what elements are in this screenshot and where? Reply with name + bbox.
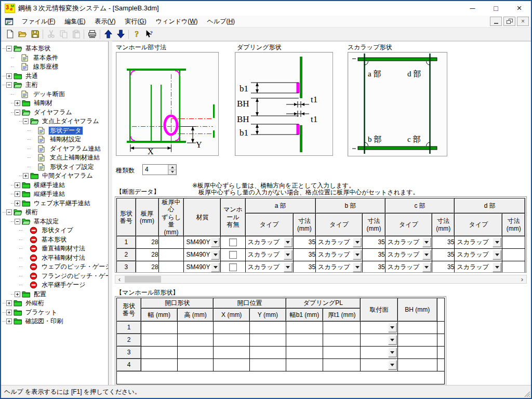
width-cell[interactable] [141, 359, 178, 371]
tree-item[interactable]: 垂直補剛材寸法 [1, 244, 108, 254]
mount-face-dropdown[interactable] [361, 322, 397, 334]
dropdown-arrow-icon[interactable] [422, 262, 431, 272]
dropdown-arrow-icon[interactable] [422, 250, 431, 260]
menu-item-ファイル[interactable]: ファイル(F) [17, 16, 60, 28]
x-cell[interactable] [214, 347, 250, 359]
offset-cell[interactable] [158, 248, 184, 261]
tree-item[interactable]: 確認図・印刷 [1, 317, 108, 326]
width-cell[interactable] [141, 347, 178, 359]
tree-item[interactable]: 縦継手連結 [1, 190, 108, 199]
menu-item-実行[interactable]: 実行(G) [121, 16, 151, 28]
resize-grip[interactable] [524, 391, 530, 397]
t1-cell[interactable] [323, 334, 361, 347]
material-dropdown[interactable]: SM490Y [184, 249, 220, 261]
material-dropdown[interactable]: SM490Y [184, 236, 220, 248]
tree-item[interactable]: 配置 [1, 290, 108, 299]
tree-item[interactable]: ウェブのピッチ・ゲージ [1, 262, 108, 272]
width-cell[interactable] [141, 322, 178, 334]
scallop-dim-cell[interactable]: 35 [293, 261, 315, 273]
dropdown-arrow-icon[interactable] [211, 250, 220, 260]
y-cell[interactable] [250, 347, 286, 359]
scallop-type-dropdown[interactable]: スカラップ [385, 261, 432, 273]
collapse-icon[interactable] [6, 46, 12, 51]
bh-cell[interactable] [397, 347, 437, 359]
scallop-type-dropdown[interactable]: スカラップ [455, 261, 502, 273]
new-file-icon[interactable] [4, 28, 16, 40]
width-cell[interactable] [141, 334, 178, 347]
collapse-icon[interactable] [15, 219, 20, 224]
scallop-type-dropdown[interactable]: スカラップ [385, 249, 432, 261]
row-number[interactable]: 1 [117, 236, 136, 248]
expand-icon[interactable] [15, 291, 20, 297]
scallop-type-dropdown[interactable]: スカラップ [455, 236, 502, 248]
t1-cell[interactable] [323, 347, 361, 359]
kind-count-spinner[interactable]: 4 [142, 164, 177, 175]
expand-icon[interactable] [15, 182, 20, 188]
maximize-button[interactable]: □ [484, 1, 508, 16]
tree-item[interactable]: 中間ダイヤフラム [1, 171, 108, 181]
expand-icon[interactable] [6, 318, 12, 324]
scallop-type-dropdown[interactable]: スカラップ [385, 236, 432, 248]
scallop-type-dropdown[interactable]: スカラップ [316, 236, 362, 248]
x-cell[interactable] [214, 334, 250, 347]
save-file-icon[interactable] [29, 28, 41, 40]
help-icon[interactable]: ? [130, 28, 143, 40]
close-button[interactable]: × [508, 1, 531, 16]
menu-item-表示[interactable]: 表示(V) [90, 16, 120, 28]
height-cell[interactable] [177, 359, 214, 371]
expand-icon[interactable] [6, 310, 12, 315]
tree-item[interactable]: 形状タイプ設定 [1, 163, 108, 172]
row-number[interactable]: 2 [117, 334, 141, 347]
expand-icon[interactable] [6, 300, 12, 306]
thickness-cell[interactable]: 28 [136, 248, 158, 261]
menu-item-編集[interactable]: 編集(E) [60, 16, 90, 28]
scallop-dim-cell[interactable]: 35 [293, 248, 315, 261]
b1-cell[interactable] [286, 334, 323, 347]
collapse-icon[interactable] [6, 209, 12, 215]
tree-item[interactable]: 支点上補剛材連結 [1, 153, 108, 163]
y-cell[interactable] [250, 334, 286, 347]
mdi-document-icon[interactable] [5, 18, 14, 25]
open-file-icon[interactable] [16, 28, 29, 40]
scallop-dim-cell[interactable]: 35 [432, 248, 454, 261]
row-number[interactable]: 3 [117, 347, 141, 359]
collapse-icon[interactable] [23, 118, 29, 124]
dropdown-arrow-icon[interactable] [211, 262, 220, 272]
mdi-minimize-button[interactable] [490, 17, 502, 26]
bh-cell[interactable] [397, 359, 437, 371]
tree-item[interactable]: 主桁 [1, 81, 108, 90]
scallop-dim-cell[interactable]: 35 [293, 236, 315, 248]
print-icon[interactable] [86, 28, 98, 40]
mount-face-dropdown[interactable] [361, 347, 397, 358]
b1-cell[interactable] [286, 322, 323, 334]
height-cell[interactable] [177, 322, 214, 334]
horizontal-scrollbar[interactable]: ‹ › [115, 275, 527, 284]
dropdown-arrow-icon[interactable] [211, 237, 220, 247]
y-cell[interactable] [250, 322, 286, 334]
dropdown-arrow-icon[interactable] [388, 348, 397, 357]
offset-cell[interactable] [158, 236, 184, 248]
scallop-dim-cell[interactable]: 35 [363, 248, 385, 261]
expand-icon[interactable] [23, 173, 29, 179]
expand-icon[interactable] [15, 100, 20, 106]
scallop-type-dropdown[interactable]: スカラップ [246, 249, 293, 261]
mount-face-dropdown[interactable] [361, 359, 397, 371]
tree-item[interactable]: ブラケット [1, 308, 108, 317]
bh-cell[interactable] [397, 334, 437, 347]
scroll-left-arrow[interactable]: ‹ [115, 275, 124, 283]
scroll-right-arrow[interactable]: › [518, 275, 526, 283]
t1-cell[interactable] [323, 359, 361, 371]
collapse-icon[interactable] [6, 82, 12, 88]
row-number[interactable]: 4 [117, 359, 141, 371]
mdi-restore-button[interactable] [503, 17, 515, 26]
dropdown-arrow-icon[interactable] [422, 237, 431, 247]
scrollbar-thumb[interactable] [125, 276, 161, 283]
expand-icon[interactable] [15, 191, 20, 197]
dropdown-arrow-icon[interactable] [388, 335, 397, 345]
menu-item-ウィンドウ[interactable]: ウィンドウ(W) [151, 16, 203, 28]
x-cell[interactable] [214, 322, 250, 334]
dropdown-arrow-icon[interactable] [493, 250, 501, 260]
dropdown-arrow-icon[interactable] [353, 237, 362, 247]
collapse-icon[interactable] [15, 110, 20, 115]
thickness-cell[interactable]: 28 [136, 236, 158, 248]
